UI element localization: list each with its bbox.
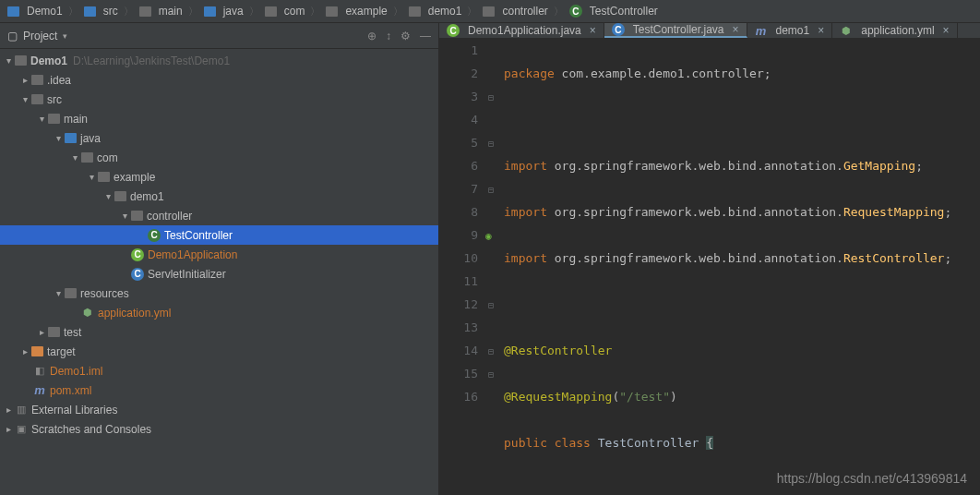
line-number: 10 bbox=[439, 247, 478, 270]
expand-all-icon[interactable]: ↕ bbox=[386, 30, 391, 42]
tree-row[interactable]: ▸.idea bbox=[0, 70, 438, 90]
folder-icon bbox=[48, 327, 60, 337]
tree-label: java bbox=[80, 132, 101, 145]
ij-file-icon: ◧ bbox=[33, 365, 46, 378]
spring-class-icon: C bbox=[447, 24, 460, 37]
breadcrumb-label: controller bbox=[502, 5, 547, 18]
tree-row[interactable]: ▾demo1 bbox=[0, 187, 438, 206]
breadcrumb-label: Demo1 bbox=[27, 5, 63, 18]
tree-row-selected[interactable]: CTestController bbox=[0, 225, 438, 245]
hide-icon[interactable]: — bbox=[420, 30, 431, 42]
tree-row[interactable]: ▾main bbox=[0, 109, 438, 128]
tree-row[interactable]: ◧Demo1.iml bbox=[0, 361, 438, 380]
arrow-down-icon[interactable]: ▾ bbox=[37, 114, 46, 124]
folder-icon bbox=[204, 6, 216, 17]
editor-tab[interactable]: CDemo1Application.java× bbox=[439, 23, 604, 38]
fold-icon[interactable]: ⊟ bbox=[485, 294, 496, 317]
tree-row[interactable]: ▾java bbox=[0, 128, 438, 148]
tree-label: ServletInitializer bbox=[148, 268, 226, 281]
breadcrumb-nav[interactable]: Demo1 〉 src 〉 main 〉 java 〉 com 〉 exampl… bbox=[0, 0, 980, 23]
close-icon[interactable]: × bbox=[590, 24, 596, 37]
tree-row[interactable]: ▸test bbox=[0, 322, 438, 342]
breadcrumb-item[interactable]: controller bbox=[479, 5, 551, 18]
gutter-marks: ⊟ ⊟ ⊟ ◉ ⊟ ⊟ ⊟ bbox=[485, 39, 500, 495]
code-content[interactable]: package com.example.demo1.controller; im… bbox=[500, 39, 980, 495]
breadcrumb-item[interactable]: demo1 bbox=[405, 5, 466, 18]
folder-icon bbox=[98, 172, 110, 182]
spring-class-icon: C bbox=[131, 248, 144, 261]
arrow-down-icon[interactable]: ▾ bbox=[87, 172, 96, 182]
arrow-down-icon[interactable]: ▾ bbox=[4, 55, 13, 66]
fold-icon[interactable]: ⊟ bbox=[485, 132, 496, 155]
watermark-text: https://blog.csdn.net/c413969814 bbox=[777, 471, 967, 486]
arrow-right-icon[interactable]: ▸ bbox=[20, 75, 30, 85]
folder-icon bbox=[81, 152, 93, 163]
tree-row[interactable]: ▾controller bbox=[0, 206, 438, 225]
breadcrumb-item[interactable]: java bbox=[200, 5, 247, 18]
close-icon[interactable]: × bbox=[818, 24, 824, 37]
breadcrumb-item[interactable]: Demo1 bbox=[4, 5, 66, 18]
tree-row[interactable]: mpom.xml bbox=[0, 380, 438, 400]
arrow-right-icon[interactable]: ▸ bbox=[4, 404, 13, 415]
gear-icon[interactable]: ⚙ bbox=[400, 30, 411, 42]
arrow-down-icon[interactable]: ▾ bbox=[54, 288, 63, 298]
code-editor[interactable]: 1 2 3 4 5 6 7 8 9 10 11 12 13 14 15 16 ⊟ bbox=[439, 39, 980, 495]
line-number: 2 bbox=[439, 62, 478, 85]
breadcrumb-item[interactable]: com bbox=[261, 5, 309, 18]
close-icon[interactable]: × bbox=[943, 24, 950, 37]
target-icon[interactable]: ⊕ bbox=[367, 30, 376, 42]
tree-label: demo1 bbox=[130, 190, 164, 203]
close-icon[interactable]: × bbox=[732, 23, 738, 36]
tree-row[interactable]: ▾resources bbox=[0, 284, 438, 303]
tree-row[interactable]: CServletInitializer bbox=[0, 264, 438, 284]
editor-tab-bar: CDemo1Application.java× CTestController.… bbox=[439, 23, 980, 39]
fold-end-icon[interactable]: ⊟ bbox=[485, 363, 496, 386]
tree-label: resources bbox=[80, 287, 129, 300]
tree-row-external-libs[interactable]: ▸▥External Libraries bbox=[0, 400, 438, 419]
chevron-right-icon: 〉 bbox=[188, 5, 198, 18]
tree-row[interactable]: CDemo1Application bbox=[0, 245, 438, 264]
arrow-down-icon[interactable]: ▾ bbox=[20, 94, 30, 104]
arrow-right-icon[interactable]: ▸ bbox=[4, 424, 13, 434]
tree-label: pom.xml bbox=[50, 384, 91, 397]
breadcrumb-item[interactable]: main bbox=[136, 5, 186, 18]
dropdown-icon[interactable]: ▾ bbox=[63, 31, 67, 41]
tree-label: application.yml bbox=[98, 307, 171, 320]
class-icon: C bbox=[148, 229, 161, 242]
editor-tab[interactable]: ⬢application.yml× bbox=[832, 23, 957, 38]
breadcrumb-item[interactable]: CTestController bbox=[566, 5, 662, 18]
folder-icon bbox=[265, 6, 277, 17]
arrow-down-icon[interactable]: ▾ bbox=[54, 133, 63, 143]
editor-tab-active[interactable]: CTestController.java× bbox=[604, 23, 747, 38]
fold-icon[interactable]: ⊟ bbox=[485, 86, 496, 109]
breadcrumb-item[interactable]: example bbox=[322, 5, 390, 18]
arrow-down-icon[interactable]: ▾ bbox=[120, 211, 129, 221]
arrow-down-icon[interactable]: ▾ bbox=[70, 152, 79, 163]
arrow-right-icon[interactable]: ▸ bbox=[37, 327, 46, 337]
line-number: 16 bbox=[439, 385, 478, 408]
tree-row-project-root[interactable]: ▾Demo1D:\Learning\JenkinsTest\Demo1 bbox=[0, 51, 438, 70]
editor-tab[interactable]: mdemo1× bbox=[747, 23, 833, 38]
tree-row-scratches[interactable]: ▸▣Scratches and Consoles bbox=[0, 419, 438, 439]
tree-row[interactable]: ▾src bbox=[0, 90, 438, 109]
spring-bean-icon[interactable]: ◉ bbox=[485, 224, 492, 248]
chevron-right-icon: 〉 bbox=[554, 5, 564, 18]
fold-end-icon[interactable]: ⊟ bbox=[485, 340, 496, 363]
arrow-down-icon[interactable]: ▾ bbox=[103, 191, 113, 201]
tree-row[interactable]: ▸target bbox=[0, 342, 438, 361]
folder-icon bbox=[483, 6, 495, 17]
fold-icon[interactable]: ⊟ bbox=[485, 178, 496, 201]
arrow-right-icon[interactable]: ▸ bbox=[20, 346, 30, 356]
project-panel-header: ▢ Project ▾ ⊕ ↕ ⚙ — bbox=[0, 23, 438, 49]
tree-label: Demo1.iml bbox=[50, 365, 102, 378]
tree-row[interactable]: ▾example bbox=[0, 167, 438, 187]
project-tree[interactable]: ▾Demo1D:\Learning\JenkinsTest\Demo1 ▸.id… bbox=[0, 49, 438, 495]
project-tool-window: ▢ Project ▾ ⊕ ↕ ⚙ — ▾Demo1D:\Learning\Je… bbox=[0, 23, 439, 495]
breadcrumb-item[interactable]: src bbox=[80, 5, 122, 18]
maven-icon: m bbox=[755, 24, 768, 37]
tree-label: com bbox=[97, 151, 118, 164]
tree-row[interactable]: ▾com bbox=[0, 148, 438, 167]
chevron-right-icon: 〉 bbox=[68, 5, 78, 18]
tree-row[interactable]: ⬢application.yml bbox=[0, 303, 438, 322]
folder-icon bbox=[114, 191, 126, 201]
